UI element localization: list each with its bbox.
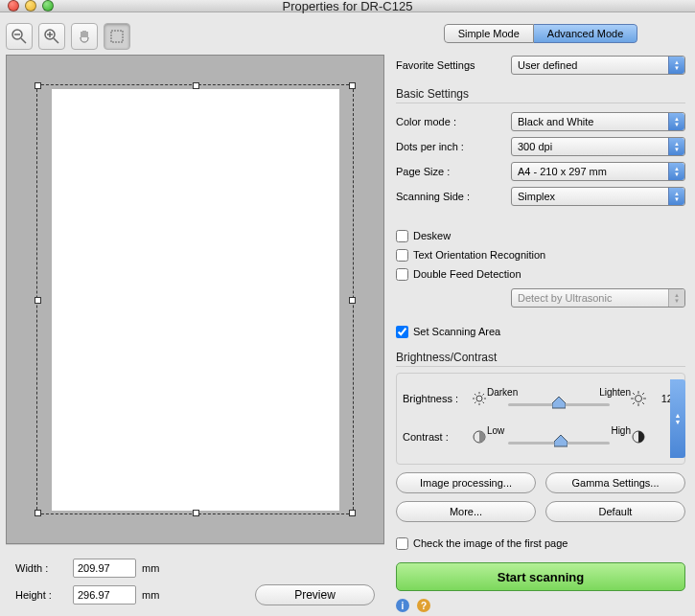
check-first-page-checkbox[interactable] xyxy=(396,537,408,550)
brightness-contrast-panel: Brightness : Darken Lighten xyxy=(396,373,685,465)
set-scanning-area-checkbox[interactable] xyxy=(396,326,408,338)
resize-handle[interactable] xyxy=(349,510,356,516)
darken-icon xyxy=(472,391,487,406)
svg-rect-7 xyxy=(111,31,123,42)
lighten-icon xyxy=(631,391,646,406)
dpi-label: Dots per inch : xyxy=(396,141,511,152)
low-contrast-icon xyxy=(472,429,487,445)
resize-handle[interactable] xyxy=(35,82,41,89)
width-unit: mm xyxy=(142,562,159,574)
window-title: Properties for DR-C125 xyxy=(0,0,695,13)
high-text: High xyxy=(611,425,631,436)
title-bar: Properties for DR-C125 xyxy=(0,0,695,12)
svg-line-13 xyxy=(475,394,476,396)
chevron-updown-icon[interactable]: ▲▼ xyxy=(670,379,685,458)
info-icon[interactable]: i xyxy=(396,599,409,612)
page-size-dropdown[interactable]: A4 - 210 x 297 mm ▲▼ xyxy=(511,162,685,181)
deskew-label: Deskew xyxy=(413,230,451,241)
start-scanning-button[interactable]: Start scanning xyxy=(396,562,685,591)
pan-button[interactable] xyxy=(71,23,98,50)
default-button[interactable]: Default xyxy=(545,501,685,522)
contrast-label: Contrast : xyxy=(403,431,472,443)
svg-line-22 xyxy=(633,393,635,395)
svg-line-14 xyxy=(483,402,485,404)
darken-text: Darken xyxy=(487,387,518,398)
resize-handle[interactable] xyxy=(193,82,199,89)
svg-line-4 xyxy=(54,38,58,43)
size-panel: Width : mm Height : mm Preview xyxy=(6,544,384,614)
double-feed-label: Double Feed Detection xyxy=(413,268,521,280)
deskew-checkbox[interactable] xyxy=(396,230,408,242)
height-unit: mm xyxy=(142,589,159,601)
chevron-updown-icon: ▲▼ xyxy=(668,57,684,74)
svg-line-25 xyxy=(642,393,644,395)
resize-handle[interactable] xyxy=(193,510,199,516)
chevron-updown-icon: ▲▼ xyxy=(668,188,684,205)
basic-settings-title: Basic Settings xyxy=(396,87,685,103)
svg-line-1 xyxy=(21,38,26,43)
brightness-slider[interactable] xyxy=(487,398,631,411)
image-processing-button[interactable]: Image processing... xyxy=(396,472,536,493)
low-text: Low xyxy=(487,425,504,436)
high-contrast-icon xyxy=(631,429,646,445)
resize-handle[interactable] xyxy=(349,82,356,89)
tab-simple-mode[interactable]: Simple Mode xyxy=(444,24,534,43)
svg-line-16 xyxy=(483,394,485,396)
resize-handle[interactable] xyxy=(349,297,356,304)
feed-method-dropdown: Detect by Ultrasonic ▲▼ xyxy=(511,288,685,308)
chevron-updown-icon: ▲▼ xyxy=(668,289,684,307)
scanning-side-label: Scanning Side : xyxy=(396,191,511,202)
brightness-label: Brightness : xyxy=(403,393,472,404)
preview-toolbar xyxy=(6,18,384,55)
mode-tabs: Simple Mode Advanced Mode xyxy=(396,24,685,43)
check-first-page-label: Check the image of the first page xyxy=(413,537,568,549)
svg-line-24 xyxy=(633,402,635,404)
preview-button[interactable]: Preview xyxy=(255,584,375,605)
more-button[interactable]: More... xyxy=(396,501,536,522)
help-icon[interactable]: ? xyxy=(417,599,430,612)
height-input[interactable] xyxy=(73,585,136,605)
chevron-updown-icon: ▲▼ xyxy=(668,163,684,180)
width-label: Width : xyxy=(15,562,73,574)
text-orientation-label: Text Orientation Recognition xyxy=(413,249,545,261)
resize-handle[interactable] xyxy=(35,297,41,304)
lighten-text: Lighten xyxy=(599,387,631,398)
svg-line-23 xyxy=(642,402,644,404)
chevron-updown-icon: ▲▼ xyxy=(668,113,684,130)
set-scanning-area-label: Set Scanning Area xyxy=(413,326,500,337)
resize-handle[interactable] xyxy=(35,510,41,516)
tab-advanced-mode[interactable]: Advanced Mode xyxy=(534,24,638,43)
favorite-label: Favorite Settings xyxy=(396,59,511,71)
color-mode-dropdown[interactable]: Black and White ▲▼ xyxy=(511,112,685,131)
page-size-label: Page Size : xyxy=(396,166,511,177)
zoom-out-button[interactable] xyxy=(6,23,33,50)
favorite-value: User defined xyxy=(518,59,577,71)
scanning-side-dropdown[interactable]: Simplex ▲▼ xyxy=(511,187,685,206)
svg-line-15 xyxy=(475,402,476,404)
selection-marquee[interactable] xyxy=(36,84,354,514)
double-feed-checkbox[interactable] xyxy=(396,268,408,281)
svg-point-8 xyxy=(476,396,482,401)
contrast-slider[interactable] xyxy=(487,436,631,449)
svg-point-17 xyxy=(636,396,642,402)
zoom-in-button[interactable] xyxy=(38,23,65,50)
text-orientation-checkbox[interactable] xyxy=(396,249,408,262)
color-mode-label: Color mode : xyxy=(396,116,511,127)
height-label: Height : xyxy=(15,589,73,601)
chevron-updown-icon: ▲▼ xyxy=(668,138,684,155)
gamma-settings-button[interactable]: Gamma Settings... xyxy=(545,472,685,493)
brightness-contrast-title: Brightness/Contrast xyxy=(396,351,685,367)
favorite-dropdown[interactable]: User defined ▲▼ xyxy=(511,56,685,75)
width-input[interactable] xyxy=(73,559,136,578)
preview-area[interactable] xyxy=(6,55,384,544)
marquee-button[interactable] xyxy=(104,23,130,50)
dpi-dropdown[interactable]: 300 dpi ▲▼ xyxy=(511,137,685,156)
